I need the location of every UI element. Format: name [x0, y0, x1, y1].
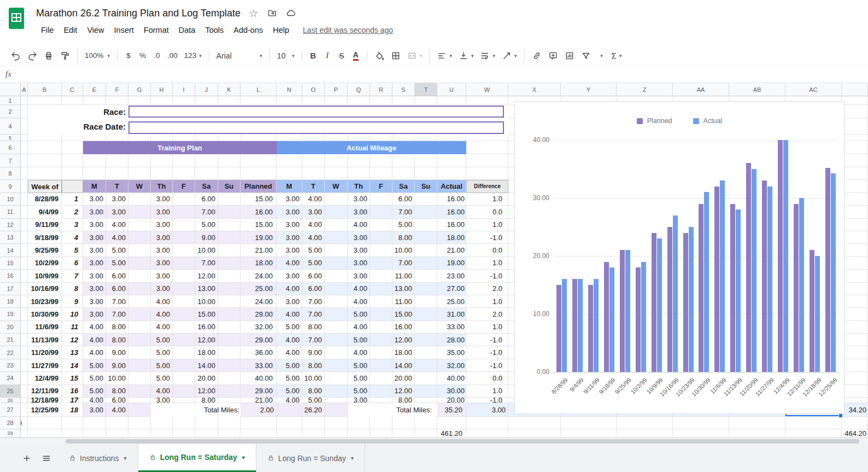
- cell[interactable]: 40.00: [437, 372, 466, 384]
- all-sheets-button[interactable]: [38, 444, 55, 472]
- cell[interactable]: [842, 359, 868, 372]
- cell[interactable]: [151, 167, 173, 180]
- star-icon[interactable]: ☆: [248, 8, 259, 19]
- cell[interactable]: Th: [151, 180, 173, 193]
- cell[interactable]: [218, 96, 241, 105]
- cell[interactable]: 30.00: [437, 385, 466, 398]
- cell[interactable]: [173, 244, 195, 257]
- cell[interactable]: 3.00: [83, 244, 106, 257]
- cell[interactable]: 7.00: [302, 295, 325, 308]
- cell[interactable]: 12: [62, 334, 83, 346]
- zoom-select[interactable]: 100%▾: [81, 48, 113, 63]
- cell[interactable]: 32.00: [241, 321, 277, 334]
- cell[interactable]: [302, 96, 325, 105]
- cell[interactable]: [21, 180, 28, 193]
- column-header-A[interactable]: A: [21, 83, 28, 96]
- cell[interactable]: [277, 154, 302, 167]
- tab-long-run-saturday[interactable]: Long Run = Saturday ▾: [138, 444, 256, 472]
- cell[interactable]: [561, 417, 617, 429]
- cell[interactable]: [348, 167, 370, 180]
- column-header-P[interactable]: P: [325, 83, 348, 96]
- cell[interactable]: [325, 398, 348, 403]
- row-header-13[interactable]: 13: [0, 231, 21, 244]
- cell[interactable]: [218, 135, 241, 141]
- cell[interactable]: 9/25/99: [28, 244, 62, 257]
- cell[interactable]: [561, 429, 617, 438]
- cell[interactable]: [21, 135, 28, 141]
- cell[interactable]: [128, 429, 151, 438]
- horizontal-align-button[interactable]: ▾: [433, 48, 455, 63]
- cell[interactable]: [415, 321, 437, 334]
- cell[interactable]: [370, 334, 392, 346]
- cell[interactable]: [218, 398, 241, 403]
- cell[interactable]: 9.00: [106, 359, 128, 372]
- cell[interactable]: [370, 270, 392, 282]
- cell[interactable]: 3.00: [83, 403, 106, 417]
- cell[interactable]: 3.00: [151, 270, 173, 282]
- cell[interactable]: 15: [62, 372, 83, 384]
- column-header-F[interactable]: F: [106, 83, 128, 96]
- cell[interactable]: [218, 321, 241, 334]
- cell[interactable]: 3.00: [466, 403, 508, 417]
- cell[interactable]: 14.00: [392, 359, 415, 372]
- cell[interactable]: 10.00: [195, 244, 218, 257]
- text-rotation-button[interactable]: ▾: [498, 48, 520, 63]
- menu-data[interactable]: Data: [174, 25, 201, 36]
- cell[interactable]: 9/11/99: [28, 219, 62, 231]
- row-header-29[interactable]: 29: [0, 429, 21, 438]
- cell[interactable]: 3.00: [83, 270, 106, 282]
- cell[interactable]: Th: [348, 180, 370, 193]
- cell[interactable]: [466, 417, 508, 429]
- column-header-H[interactable]: H: [151, 83, 173, 96]
- cell[interactable]: [415, 283, 437, 295]
- race-input[interactable]: [128, 106, 504, 118]
- cell[interactable]: [437, 96, 466, 105]
- cell[interactable]: [128, 385, 151, 398]
- cell[interactable]: [842, 154, 868, 167]
- cell[interactable]: [173, 372, 195, 384]
- row-header-11[interactable]: 11: [0, 206, 21, 218]
- cell[interactable]: [173, 193, 195, 206]
- cell[interactable]: [348, 417, 370, 429]
- cell[interactable]: 25.00: [437, 295, 466, 308]
- cell[interactable]: 0.0: [466, 244, 508, 257]
- column-header-O[interactable]: O: [302, 83, 325, 96]
- cell[interactable]: [83, 429, 106, 438]
- font-select[interactable]: Arial▾: [213, 48, 266, 63]
- cell[interactable]: [415, 206, 437, 218]
- cell[interactable]: 1: [62, 193, 83, 206]
- cell[interactable]: [370, 283, 392, 295]
- row-header-5[interactable]: 5: [0, 135, 21, 141]
- vertical-align-button[interactable]: ▾: [455, 48, 477, 63]
- cell[interactable]: -1.0: [466, 231, 508, 244]
- cell[interactable]: W: [128, 180, 151, 193]
- cell[interactable]: 4.00: [83, 334, 106, 346]
- cell[interactable]: [842, 346, 868, 359]
- cell[interactable]: [325, 135, 348, 141]
- cell[interactable]: 3.00: [277, 295, 302, 308]
- cell[interactable]: 1.0: [466, 385, 508, 398]
- cell[interactable]: 0.0: [466, 372, 508, 384]
- cell[interactable]: 5.00: [83, 385, 106, 398]
- cell[interactable]: 4.00: [83, 346, 106, 359]
- font-size-select[interactable]: 10▾: [274, 48, 298, 63]
- cell[interactable]: [415, 372, 437, 384]
- cell[interactable]: 3.00: [106, 193, 128, 206]
- cell[interactable]: 3.00: [151, 206, 173, 218]
- cell[interactable]: [729, 429, 785, 438]
- cell[interactable]: [173, 283, 195, 295]
- cell[interactable]: [21, 244, 28, 257]
- cell[interactable]: [277, 96, 302, 105]
- cell[interactable]: 35.20: [437, 403, 466, 417]
- cell[interactable]: 10/9/99: [28, 270, 62, 282]
- cell[interactable]: 5: [62, 244, 83, 257]
- cell[interactable]: [195, 417, 218, 429]
- cell[interactable]: 8/28/99: [28, 193, 62, 206]
- cell[interactable]: 5.00: [151, 372, 173, 384]
- cell[interactable]: 7: [62, 270, 83, 282]
- row-header-27[interactable]: 27: [0, 403, 21, 417]
- cell[interactable]: Su: [218, 180, 241, 193]
- cell[interactable]: [195, 154, 218, 167]
- text-color-button[interactable]: A: [349, 48, 363, 63]
- cell[interactable]: 16.00: [392, 321, 415, 334]
